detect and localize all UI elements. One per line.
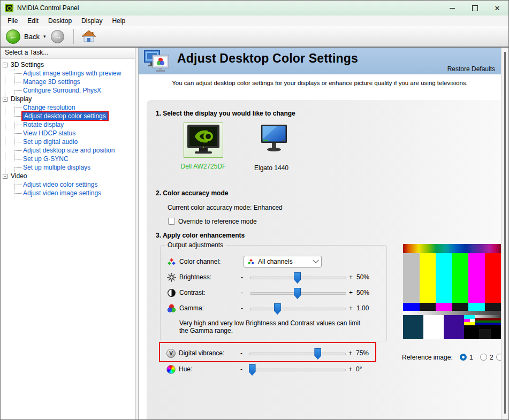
menu-file[interactable]: File: [3, 16, 22, 26]
color-bar: [436, 303, 452, 311]
back-history-chevron-icon[interactable]: ▾: [43, 34, 46, 39]
sidebar-item-change-resolution[interactable]: Change resolution: [23, 104, 75, 111]
contrast-slider-thumb[interactable]: [294, 288, 301, 299]
color-channel-select[interactable]: All channels: [244, 256, 322, 268]
color-bar: [403, 303, 420, 311]
gamma-value: 1.00: [356, 304, 369, 312]
minimize-icon: [450, 8, 455, 9]
color-bar: [403, 253, 420, 303]
reference-image: [403, 244, 501, 339]
digital-vibrance-row: V Digital vibrance: - + 75%: [160, 348, 387, 360]
reference-rainbow-strip: [403, 244, 501, 253]
menu-help[interactable]: Help: [107, 16, 130, 26]
titlebar: NVIDIA Control Panel ✕: [1, 1, 508, 16]
reference-image-radio-3[interactable]: [496, 354, 501, 361]
home-button[interactable]: [82, 30, 96, 43]
digital-vibrance-slider-thumb[interactable]: [314, 348, 321, 360]
expander-icon[interactable]: −: [3, 174, 7, 179]
sidebar-item-manage-3d-settings[interactable]: Manage 3D settings: [23, 78, 80, 86]
vertical-scrollbar[interactable]: [501, 48, 509, 420]
tree-group-3d-settings[interactable]: − 3D Settings: [1, 60, 135, 69]
gamma-slider-track[interactable]: [250, 308, 346, 310]
tree-group-video[interactable]: − Video: [1, 172, 135, 180]
display-option-dell[interactable]: [184, 123, 223, 158]
color-bar: [485, 253, 502, 303]
menu-display[interactable]: Display: [77, 16, 107, 26]
display-label-elgato[interactable]: Elgato 1440: [237, 164, 306, 172]
expander-icon[interactable]: −: [3, 97, 7, 102]
hue-plus-label: +: [348, 365, 352, 373]
menu-desktop[interactable]: Desktop: [43, 16, 77, 26]
gamma-slider-thumb[interactable]: [274, 303, 281, 315]
maximize-button[interactable]: [464, 1, 486, 16]
tree-group-label[interactable]: Video: [11, 172, 27, 180]
sidebar-item-adjust-video-image-settings[interactable]: Adjust video image settings: [23, 189, 101, 197]
page-banner: Adjust Desktop Color Settings Restore De…: [139, 48, 501, 74]
display-label-dell[interactable]: Dell AW2725DF: [168, 163, 239, 170]
gamma-minus-label: -: [241, 304, 243, 312]
sidebar-item-set-up-multiple-displays[interactable]: Set up multiple displays: [23, 164, 90, 171]
hue-value: 0°: [356, 365, 362, 373]
reference-image-radio-1-label[interactable]: 1: [469, 354, 473, 361]
pluge-white-block: [423, 315, 444, 339]
dell-monitor-icon: [186, 125, 221, 156]
sidebar-item-adjust-image-settings[interactable]: Adjust image settings with preview: [23, 70, 121, 77]
menu-edit[interactable]: Edit: [22, 16, 43, 26]
forward-button[interactable]: →: [51, 30, 64, 43]
brightness-slider-track[interactable]: [250, 277, 346, 279]
sidebar-item-adjust-desktop-color-settings[interactable]: Adjust desktop color settings: [21, 111, 109, 121]
expander-icon[interactable]: −: [3, 63, 7, 67]
back-button[interactable]: ←: [6, 29, 20, 44]
restore-defaults-button[interactable]: Restore Defaults: [447, 65, 495, 73]
smpte-main-bars: [403, 253, 501, 303]
minimize-button[interactable]: [441, 1, 464, 16]
digital-vibrance-slider-track[interactable]: [249, 353, 346, 355]
contrast-plus-label: +: [349, 289, 353, 296]
close-button[interactable]: ✕: [486, 1, 508, 16]
section1-heading: 1. Select the display you would like to …: [156, 110, 295, 117]
sidebar-item-configure-surround-physx[interactable]: Configure Surround, PhysX: [23, 87, 101, 94]
tree-group-label[interactable]: 3D Settings: [11, 61, 44, 68]
scrollbar-thumb[interactable]: [504, 52, 506, 414]
output-adjustments-legend: Output adjustments: [165, 241, 226, 249]
hue-slider-track[interactable]: [249, 369, 346, 371]
hue-minus-label: -: [240, 365, 242, 373]
color-bar: [436, 253, 452, 303]
output-adjustments-group: Output adjustments Color channel: All ch…: [160, 245, 387, 341]
override-reference-mode-checkbox[interactable]: [168, 218, 175, 225]
tree-group-display[interactable]: − Display: [1, 95, 135, 103]
digital-vibrance-plus-label: +: [348, 349, 352, 357]
task-tree: − 3D Settings Adjust image settings with…: [1, 59, 135, 197]
color-bar: [452, 303, 469, 311]
color-channel-value: All channels: [258, 258, 293, 265]
color-bar: [485, 303, 502, 311]
brightness-slider-thumb[interactable]: [294, 272, 301, 284]
main-content: Adjust Desktop Color Settings Restore De…: [139, 48, 501, 420]
reference-image-radio-1[interactable]: [460, 354, 467, 361]
sidebar-item-adjust-desktop-size[interactable]: Adjust desktop size and position: [23, 147, 115, 154]
digital-vibrance-icon: V: [166, 349, 176, 358]
hue-icon: [166, 365, 176, 374]
window-title: NVIDIA Control Panel: [17, 4, 79, 12]
display-option-elgato[interactable]: [261, 125, 287, 154]
reference-bottom-row: [403, 315, 501, 339]
contrast-minus-label: -: [241, 289, 243, 296]
sidebar-header: Select a Task...: [1, 48, 135, 59]
color-bar: [452, 253, 469, 303]
contrast-slider-track[interactable]: [250, 292, 346, 295]
back-button-label[interactable]: Back: [24, 33, 40, 41]
tree-group-label[interactable]: Display: [11, 95, 32, 103]
gamma-icon: [167, 304, 176, 313]
override-reference-mode-label[interactable]: Override to reference mode: [178, 218, 257, 225]
sidebar-item-rotate-display[interactable]: Rotate display: [23, 121, 64, 128]
hue-slider-thumb[interactable]: [249, 364, 256, 376]
sidebar-item-set-up-digital-audio[interactable]: Set up digital audio: [23, 138, 78, 146]
sidebar-item-adjust-video-color-settings[interactable]: Adjust video color settings: [23, 181, 97, 188]
sidebar-item-set-up-gsync[interactable]: Set up G-SYNC: [23, 155, 69, 163]
sidebar: Select a Task... − 3D Settings Adjust im…: [1, 48, 135, 420]
color-channel-icon: [167, 257, 176, 266]
reference-image-radio-2-label[interactable]: 2: [490, 354, 493, 361]
elgato-monitor-icon: [261, 125, 287, 152]
sidebar-item-view-hdcp-status[interactable]: View HDCP status: [23, 129, 75, 137]
reference-image-radio-2[interactable]: [480, 354, 487, 361]
